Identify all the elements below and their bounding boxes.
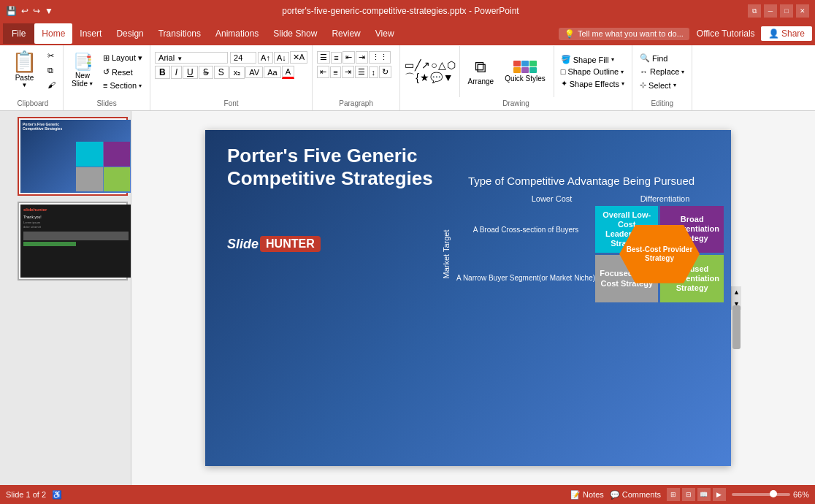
cut-button[interactable]: ✂ bbox=[45, 50, 58, 61]
slide-sorter-button[interactable]: ⊟ bbox=[682, 488, 695, 501]
shape-more[interactable]: ▼ bbox=[443, 72, 454, 85]
office-tutorials-link[interactable]: Office Tutorials bbox=[697, 28, 755, 39]
menu-file[interactable]: File bbox=[3, 23, 34, 44]
columns-button[interactable]: ⋮⋮ bbox=[369, 51, 391, 64]
font-color-button[interactable]: A bbox=[282, 66, 294, 79]
layout-button[interactable]: ⊞ Layout ▾ bbox=[100, 53, 145, 64]
paragraph-row1: ☰ ≡ ⇤ ⇥ ⋮⋮ bbox=[317, 51, 391, 64]
font-increase-button[interactable]: A↑ bbox=[258, 52, 273, 64]
slideshow-button[interactable]: ▶ bbox=[713, 488, 726, 501]
replace-dropdown[interactable]: ▾ bbox=[681, 69, 684, 75]
slide-canvas[interactable]: Porter's Five Generic Competitive Strate… bbox=[205, 130, 731, 466]
share-button[interactable]: 👤 Share bbox=[761, 26, 812, 41]
font-size-dropdown[interactable]: 24 bbox=[230, 52, 256, 64]
find-button[interactable]: 🔍 Find bbox=[637, 53, 687, 64]
numbered-list-button[interactable]: ≡ bbox=[331, 52, 341, 64]
slide-area[interactable]: Porter's Five Generic Competitive Strate… bbox=[131, 111, 815, 485]
text-shadow-button[interactable]: S bbox=[214, 66, 229, 79]
shape-bracket[interactable]: { bbox=[416, 72, 419, 85]
shape-fill-dropdown[interactable]: ▾ bbox=[611, 56, 614, 63]
right-scrollbar[interactable]: ▲ ▼ bbox=[731, 286, 741, 310]
customize-icon[interactable]: ▼ bbox=[45, 6, 53, 16]
shape-circle[interactable]: ○ bbox=[431, 59, 437, 71]
menu-design[interactable]: Design bbox=[109, 23, 150, 44]
slide-1-thumbnail[interactable]: Porter's Five Generic Competitive Strate… bbox=[18, 117, 128, 196]
best-cost-strategy[interactable]: Best-Cost Provider Strategy bbox=[619, 225, 700, 283]
font-name-dropdown[interactable]: Arial ▼ bbox=[155, 52, 228, 64]
maximize-button[interactable]: □ bbox=[780, 4, 793, 18]
italic-button[interactable]: I bbox=[171, 66, 182, 79]
window-controls[interactable]: ⧉ ─ □ ✕ bbox=[748, 4, 809, 18]
menu-insert[interactable]: Insert bbox=[72, 23, 109, 44]
decrease-indent-button[interactable]: ⇤ bbox=[343, 51, 355, 64]
shape-star[interactable]: ★ bbox=[420, 72, 429, 85]
reading-view-button[interactable]: 📖 bbox=[697, 488, 711, 501]
shape-fill-button[interactable]: 🪣 Shape Fill ▾ bbox=[558, 54, 627, 65]
comments-button[interactable]: 💬 Comments bbox=[610, 490, 661, 500]
minimize-button[interactable]: ─ bbox=[764, 4, 777, 18]
text-case-button[interactable]: Aa bbox=[264, 66, 280, 78]
menu-home[interactable]: Home bbox=[34, 23, 72, 44]
shape-hexagon[interactable]: ⬡ bbox=[447, 59, 456, 71]
font-decrease-button[interactable]: A↓ bbox=[274, 52, 289, 64]
menu-slideshow[interactable]: Slide Show bbox=[266, 23, 324, 44]
section-button[interactable]: ≡ Section ▾ bbox=[100, 80, 145, 91]
shape-callout[interactable]: 💬 bbox=[430, 72, 443, 85]
font-spacing-button[interactable]: AV bbox=[245, 66, 263, 78]
select-button[interactable]: ⊹ Select ▾ bbox=[637, 80, 687, 91]
arrange-button[interactable]: ⧉ Arrange bbox=[464, 56, 499, 87]
line-spacing-button[interactable]: ↕ bbox=[369, 66, 379, 78]
accessibility-icon[interactable]: ♿ bbox=[52, 490, 62, 500]
bullet-list-button[interactable]: ☰ bbox=[317, 51, 330, 64]
copy-button[interactable]: ⧉ bbox=[45, 65, 58, 76]
menu-transitions[interactable]: Transitions bbox=[151, 23, 208, 44]
scroll-up-button[interactable]: ▲ bbox=[732, 286, 741, 298]
menu-animations[interactable]: Animations bbox=[208, 23, 266, 44]
shape-line[interactable]: ╱ bbox=[415, 59, 421, 71]
shape-outline-button[interactable]: □ Shape Outline ▾ bbox=[558, 66, 627, 77]
shape-arrow[interactable]: ↗ bbox=[421, 59, 430, 71]
justify-button[interactable]: ☰ bbox=[355, 66, 368, 78]
new-slide-button[interactable]: 📑 New Slide ▼ bbox=[68, 51, 97, 89]
tell-me-input[interactable]: 💡 Tell me what you want to do... bbox=[559, 28, 689, 40]
menu-review[interactable]: Review bbox=[324, 23, 367, 44]
zoom-thumb[interactable] bbox=[770, 490, 777, 497]
subscript-button[interactable]: x₂ bbox=[229, 66, 245, 79]
underline-button[interactable]: U bbox=[183, 66, 198, 79]
notes-button[interactable]: 📝 Notes bbox=[570, 490, 604, 500]
paste-dropdown-icon[interactable]: ▼ bbox=[22, 82, 28, 88]
layout-icon: ⊞ bbox=[103, 53, 110, 63]
align-left-button[interactable]: ⇤ bbox=[317, 66, 329, 78]
shape-outline-dropdown[interactable]: ▾ bbox=[621, 69, 624, 75]
scroll-thumb[interactable] bbox=[732, 305, 741, 349]
bold-button[interactable]: B bbox=[155, 66, 170, 79]
slide-2-thumbnail[interactable]: slidehunter Thank you! Lorem ipsumdolor … bbox=[18, 202, 128, 280]
reset-button[interactable]: ↺ Reset bbox=[100, 66, 145, 77]
paste-button[interactable]: 📋 Paste ▼ bbox=[7, 48, 42, 92]
shape-rect[interactable]: ▭ bbox=[405, 59, 414, 71]
menu-view[interactable]: View bbox=[368, 23, 402, 44]
redo-icon[interactable]: ↪ bbox=[33, 6, 40, 16]
clear-format-button[interactable]: ✕A bbox=[290, 51, 307, 64]
strikethrough-button[interactable]: S̶ bbox=[199, 66, 213, 79]
chart-row-labels: A Broad Cross-section of Buyers A Narrow… bbox=[456, 206, 595, 303]
shape-curve[interactable]: ⌒ bbox=[405, 72, 415, 85]
close-button[interactable]: ✕ bbox=[796, 4, 809, 18]
quick-styles-button[interactable]: Quick Styles bbox=[500, 59, 550, 84]
replace-button[interactable]: ↔ Replace ▾ bbox=[637, 66, 687, 77]
align-center-button[interactable]: ≡ bbox=[330, 66, 340, 78]
text-direction-button[interactable]: ↻ bbox=[379, 66, 391, 78]
select-dropdown[interactable]: ▾ bbox=[673, 82, 676, 88]
shape-triangle[interactable]: △ bbox=[438, 59, 446, 71]
zoom-slider[interactable] bbox=[732, 493, 790, 496]
increase-indent-button[interactable]: ⇥ bbox=[356, 51, 368, 64]
resize-icon[interactable]: ⧉ bbox=[748, 4, 761, 18]
ribbon: 📋 Paste ▼ ✂ ⧉ 🖌 Clipboard 📑 N bbox=[0, 45, 815, 111]
format-painter-button[interactable]: 🖌 bbox=[45, 80, 58, 90]
undo-icon[interactable]: ↩ bbox=[21, 6, 28, 16]
save-icon[interactable]: 💾 bbox=[6, 6, 17, 16]
shape-effects-button[interactable]: ✦ Shape Effects ▾ bbox=[558, 78, 627, 89]
align-right-button[interactable]: ⇥ bbox=[342, 66, 354, 78]
normal-view-button[interactable]: ⊞ bbox=[667, 488, 680, 501]
shape-effects-dropdown[interactable]: ▾ bbox=[621, 80, 624, 87]
